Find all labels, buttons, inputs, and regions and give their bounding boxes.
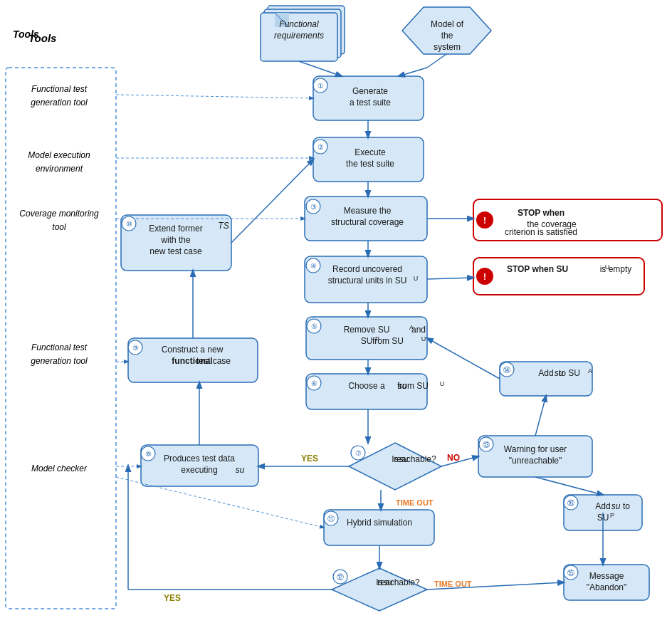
svg-text:from SU: from SU: [372, 336, 404, 346]
svg-text:"Abandon": "Abandon": [587, 582, 627, 592]
svg-text:is empty: is empty: [600, 264, 632, 274]
svg-text:⑪: ⑪: [327, 515, 335, 523]
svg-text:TIME OUT: TIME OUT: [396, 498, 434, 507]
svg-text:⑭: ⑭: [503, 366, 510, 374]
svg-text:Execute: Execute: [355, 147, 386, 157]
svg-line-43: [535, 396, 546, 436]
svg-text:test case: test case: [196, 356, 231, 366]
svg-text:!: !: [483, 272, 486, 282]
svg-text:with the: with the: [160, 235, 191, 245]
svg-text:U: U: [414, 275, 419, 282]
svg-rect-24: [473, 258, 644, 295]
svg-text:from SU: from SU: [397, 381, 429, 391]
tools-title: Tools: [28, 32, 56, 45]
svg-text:⑩: ⑩: [126, 220, 132, 228]
svg-text:new test case: new test case: [149, 246, 202, 256]
svg-text:⑥: ⑥: [311, 379, 317, 387]
svg-text:Message: Message: [589, 571, 624, 581]
svg-text:③: ③: [310, 203, 317, 211]
svg-text:⑬: ⑬: [483, 441, 490, 449]
svg-text:Measure the: Measure the: [344, 206, 392, 216]
svg-text:Choose a: Choose a: [348, 381, 385, 391]
svg-text:to SU: to SU: [559, 368, 580, 378]
svg-text:⑧: ⑧: [145, 450, 152, 458]
svg-text:②: ②: [317, 143, 324, 151]
svg-text:SU: SU: [597, 513, 609, 523]
svg-text:"unreachable": "unreachable": [509, 456, 562, 466]
tool-label-2: Model executionenvironment: [13, 148, 105, 175]
svg-text:su: su: [236, 465, 245, 475]
svg-text:U: U: [421, 335, 426, 342]
svg-text:U: U: [440, 380, 445, 387]
svg-line-42: [535, 477, 603, 495]
svg-text:STOP when: STOP when: [518, 208, 565, 218]
svg-text:Add: Add: [595, 501, 610, 511]
tool-label-5: Model checker: [13, 461, 105, 475]
svg-line-41: [231, 159, 313, 243]
svg-text:⑮: ⑮: [567, 569, 574, 577]
svg-text:Model of: Model of: [431, 19, 464, 29]
svg-text:a test suite: a test suite: [350, 98, 391, 108]
tool-label-3: Coverage monitoringtool: [13, 206, 105, 234]
svg-text:STOP when SU: STOP when SU: [507, 264, 568, 274]
svg-text:structural coverage: structural coverage: [331, 217, 404, 227]
diagram-container: ① ② ③ ④ ⑤ ⑥ ⑦ ⑧ ⑨ ⑩ ⑪ ⑫ ⑬ ⑭ ⑮ ⑯ ! ! YES …: [0, 0, 672, 618]
svg-line-32: [427, 278, 473, 279]
svg-text:⑫: ⑫: [337, 573, 344, 581]
tool-label-1: Functional testgeneration tool: [13, 82, 105, 109]
svg-text:Generate: Generate: [352, 86, 388, 96]
svg-text:Hybrid simulation: Hybrid simulation: [347, 518, 412, 528]
svg-rect-12: [306, 374, 427, 409]
svg-line-26: [427, 54, 446, 68]
svg-text:A: A: [588, 367, 592, 375]
svg-text:!: !: [483, 216, 486, 226]
svg-text:NO: NO: [447, 453, 460, 463]
svg-text:structural units in SU: structural units in SU: [328, 276, 407, 286]
svg-text:system: system: [434, 42, 461, 52]
svg-text:Produces test data: Produces test data: [164, 454, 235, 464]
svg-text:reachable?: reachable?: [377, 577, 420, 587]
svg-text:Construct a new: Construct a new: [162, 345, 224, 355]
svg-text:Extend former: Extend former: [149, 224, 202, 234]
svg-line-27: [399, 68, 427, 76]
svg-text:⑦: ⑦: [355, 449, 362, 457]
svg-text:YES: YES: [164, 593, 181, 603]
tool-label-4: Functional testgeneration tool: [13, 340, 105, 367]
svg-text:P: P: [610, 512, 614, 519]
svg-text:reachable?: reachable?: [394, 454, 436, 464]
svg-text:Functional: Functional: [279, 19, 319, 29]
svg-text:Remove SU: Remove SU: [344, 325, 390, 335]
svg-text:Warning for user: Warning for user: [504, 444, 567, 454]
svg-text:TS: TS: [218, 221, 229, 231]
svg-text:criterion is satisfied: criterion is satisfied: [505, 227, 577, 237]
svg-text:⑤: ⑤: [311, 323, 317, 330]
svg-text:executing: executing: [181, 465, 217, 475]
svg-text:to: to: [623, 501, 630, 511]
svg-text:su: su: [611, 501, 621, 511]
svg-text:TIME OUT: TIME OUT: [434, 580, 472, 588]
svg-text:the test suite: the test suite: [346, 159, 394, 169]
svg-text:YES: YES: [301, 454, 318, 464]
svg-text:⑨: ⑨: [132, 344, 139, 352]
svg-text:④: ④: [310, 262, 317, 270]
svg-text:①: ①: [317, 82, 324, 90]
svg-text:Record uncovered: Record uncovered: [332, 264, 402, 274]
svg-line-44: [427, 338, 500, 379]
svg-line-25: [299, 61, 342, 76]
svg-text:Add: Add: [538, 368, 553, 378]
svg-text:SU: SU: [361, 336, 373, 346]
svg-rect-17: [324, 510, 434, 545]
svg-text:⑯: ⑯: [567, 499, 574, 507]
svg-text:and: and: [411, 325, 426, 335]
svg-text:requirements: requirements: [274, 31, 324, 41]
svg-text:the: the: [441, 31, 453, 41]
svg-line-50: [116, 95, 313, 98]
